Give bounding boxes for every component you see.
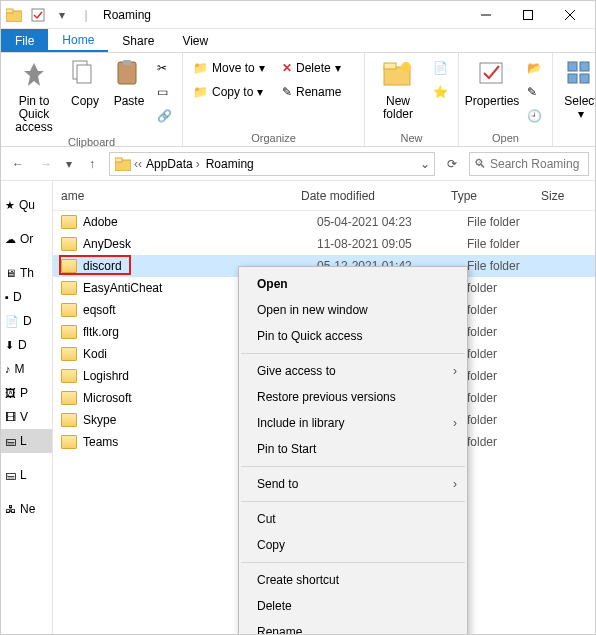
crumb-roaming[interactable]: Roaming [204, 157, 256, 171]
open-button[interactable]: 📂 [523, 57, 546, 79]
context-item-copy[interactable]: Copy [239, 532, 467, 558]
nav-item-label: M [15, 362, 25, 376]
context-item-open[interactable]: Open [239, 271, 467, 297]
context-separator [241, 466, 465, 467]
new-item-button[interactable]: 📄 [429, 57, 452, 79]
context-item-delete[interactable]: Delete [239, 593, 467, 619]
breadcrumb[interactable]: ‹‹ AppData› Roaming ⌄ [109, 152, 435, 176]
file-type: folder [467, 413, 557, 427]
folder-icon [61, 215, 77, 229]
context-item-pin-to-quick-access[interactable]: Pin to Quick access [239, 323, 467, 349]
nav-item-icon: ▪ [5, 291, 9, 303]
nav-item-icon: ⬇ [5, 339, 14, 352]
move-to-label: Move to [212, 61, 255, 75]
context-item-pin-to-start[interactable]: Pin to Start [239, 436, 467, 462]
context-item-send-to[interactable]: Send to [239, 471, 467, 497]
col-name[interactable]: ame [61, 189, 301, 203]
context-item-rename[interactable]: Rename [239, 619, 467, 635]
table-row[interactable]: Adobe05-04-2021 04:23File folder [53, 211, 595, 233]
minimize-button[interactable] [465, 2, 507, 28]
context-item-include-in-library[interactable]: Include in library [239, 410, 467, 436]
nav-pane[interactable]: ★Qu☁Or🖥Th▪D📄D⬇D♪M🖼P🎞V🖴L🖴L🖧Ne [1, 181, 53, 635]
tab-home[interactable]: Home [48, 29, 108, 52]
nav-item-icon: ★ [5, 199, 15, 212]
context-separator [241, 562, 465, 563]
nav-item[interactable]: ★Qu [1, 193, 52, 217]
nav-item[interactable]: 📄D [1, 309, 52, 333]
qat-dropdown-icon[interactable]: ▾ [53, 6, 71, 24]
pin-to-quick-access-button[interactable]: Pin to Quick access [7, 57, 61, 135]
tab-share[interactable]: Share [108, 29, 168, 52]
delete-button[interactable]: ✕Delete▾ [278, 57, 358, 79]
edit-button[interactable]: ✎ [523, 81, 546, 103]
copy-to-button[interactable]: 📁Copy to▾ [189, 81, 274, 103]
tab-file[interactable]: File [1, 29, 48, 52]
folder-icon [61, 347, 77, 361]
context-item-give-access-to[interactable]: Give access to [239, 358, 467, 384]
paste-button[interactable]: Paste [109, 57, 149, 108]
folder-icon [5, 6, 23, 24]
nav-forward-button[interactable]: → [35, 153, 57, 175]
crumb-appdata[interactable]: AppData› [144, 157, 202, 171]
nav-item[interactable]: ☁Or [1, 227, 52, 251]
search-icon: 🔍︎ [474, 157, 486, 171]
nav-item[interactable]: ▪D [1, 285, 52, 309]
tab-view[interactable]: View [168, 29, 222, 52]
new-folder-button[interactable]: New folder [371, 57, 425, 121]
file-type: folder [467, 391, 557, 405]
svg-rect-9 [118, 62, 136, 84]
qat-properties-icon[interactable] [29, 6, 47, 24]
folder-icon [61, 325, 77, 339]
context-item-restore-previous-versions[interactable]: Restore previous versions [239, 384, 467, 410]
nav-item-label: P [20, 386, 28, 400]
context-item-cut[interactable]: Cut [239, 506, 467, 532]
maximize-button[interactable] [507, 2, 549, 28]
nav-item-label: L [20, 434, 27, 448]
window-title: Roaming [103, 8, 151, 22]
move-to-button[interactable]: 📁Move to▾ [189, 57, 274, 79]
close-button[interactable] [549, 2, 591, 28]
svg-rect-20 [115, 158, 122, 162]
nav-item[interactable]: ⬇D [1, 333, 52, 357]
breadcrumb-dropdown[interactable]: ⌄ [420, 157, 430, 171]
search-input[interactable]: 🔍︎ Search Roaming [469, 152, 589, 176]
context-item-open-in-new-window[interactable]: Open in new window [239, 297, 467, 323]
context-item-create-shortcut[interactable]: Create shortcut [239, 567, 467, 593]
history-button[interactable]: 🕘 [523, 105, 546, 127]
group-label-open: Open [465, 131, 546, 144]
nav-item[interactable]: 🖼P [1, 381, 52, 405]
copy-button[interactable]: Copy [65, 57, 105, 108]
paste-shortcut-button[interactable]: 🔗 [153, 105, 176, 127]
nav-item[interactable]: ♪M [1, 357, 52, 381]
col-size[interactable]: Size [541, 189, 595, 203]
nav-item-icon: 🖧 [5, 503, 16, 515]
svg-rect-4 [524, 10, 533, 19]
nav-item[interactable]: 🖴L [1, 463, 52, 487]
nav-item[interactable]: 🖧Ne [1, 497, 52, 521]
rename-button[interactable]: ✎Rename [278, 81, 358, 103]
nav-item[interactable]: 🖴L [1, 429, 52, 453]
nav-recent-dropdown[interactable]: ▾ [63, 153, 75, 175]
rename-label: Rename [296, 85, 341, 99]
nav-item-label: L [20, 468, 27, 482]
col-type[interactable]: Type [451, 189, 541, 203]
titlebar: ▾ | Roaming [1, 1, 595, 29]
nav-item[interactable]: 🎞V [1, 405, 52, 429]
col-date[interactable]: Date modified [301, 189, 451, 203]
svg-rect-1 [6, 9, 13, 13]
easy-access-button[interactable]: ⭐ [429, 81, 452, 103]
nav-up-button[interactable]: ↑ [81, 153, 103, 175]
cut-button[interactable]: ✂ [153, 57, 176, 79]
edit-icon: ✎ [527, 85, 537, 99]
file-type: folder [467, 347, 557, 361]
nav-back-button[interactable]: ← [7, 153, 29, 175]
select-button[interactable]: Select ▾ [559, 57, 596, 121]
column-headers[interactable]: ame Date modified Type Size [53, 181, 595, 211]
nav-item[interactable]: 🖥Th [1, 261, 52, 285]
copy-label: Copy [71, 95, 99, 108]
nav-item-label: Or [20, 232, 33, 246]
copy-path-button[interactable]: ▭ [153, 81, 176, 103]
properties-button[interactable]: Properties [465, 57, 519, 108]
refresh-button[interactable]: ⟳ [441, 153, 463, 175]
table-row[interactable]: AnyDesk11-08-2021 09:05File folder [53, 233, 595, 255]
